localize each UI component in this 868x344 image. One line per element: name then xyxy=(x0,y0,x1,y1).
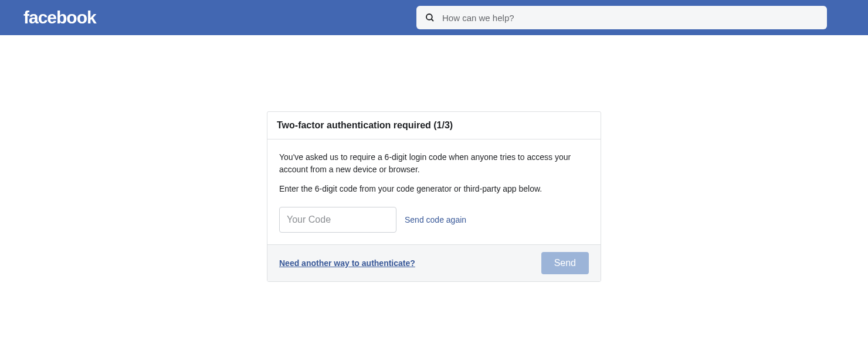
main-content: Two-factor authentication required (1/3)… xyxy=(0,35,868,282)
search-input[interactable] xyxy=(416,6,827,29)
search-icon xyxy=(425,12,435,23)
search-container xyxy=(416,6,827,29)
instruction-text-2: Enter the 6-digit code from your code ge… xyxy=(279,183,589,195)
svg-point-0 xyxy=(426,14,432,20)
alternative-auth-link[interactable]: Need another way to authenticate? xyxy=(279,258,415,268)
resend-code-link[interactable]: Send code again xyxy=(405,215,466,224)
card-body: You've asked us to require a 6-digit log… xyxy=(267,139,601,244)
facebook-logo[interactable]: facebook xyxy=(23,8,96,28)
code-input[interactable] xyxy=(279,207,396,233)
instruction-text-1: You've asked us to require a 6-digit log… xyxy=(279,151,589,176)
card-title: Two-factor authentication required (1/3) xyxy=(277,120,591,131)
code-input-row: Send code again xyxy=(279,207,589,233)
send-button[interactable]: Send xyxy=(541,252,589,274)
card-header: Two-factor authentication required (1/3) xyxy=(267,112,601,139)
svg-line-1 xyxy=(431,19,433,21)
header-bar: facebook xyxy=(0,0,868,35)
two-factor-card: Two-factor authentication required (1/3)… xyxy=(267,111,601,282)
card-footer: Need another way to authenticate? Send xyxy=(267,244,601,281)
